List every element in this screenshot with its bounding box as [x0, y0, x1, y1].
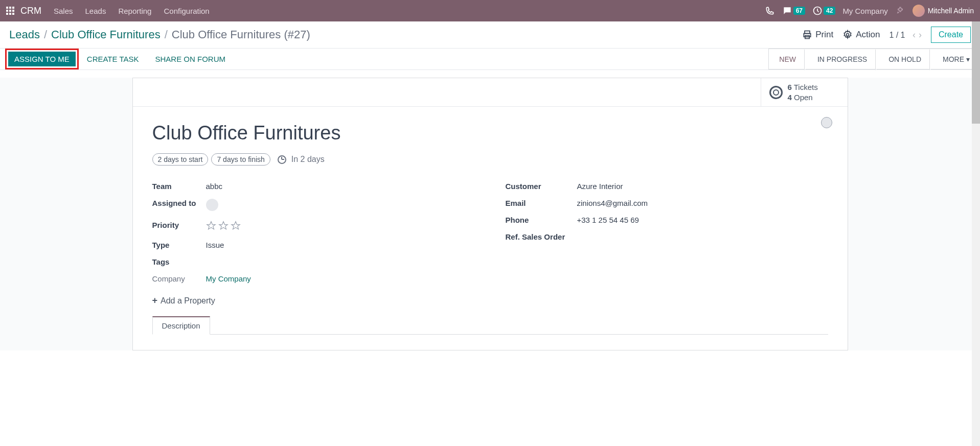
star-icon[interactable]: [206, 221, 216, 231]
sla-countdown: In 2 days: [291, 155, 325, 164]
print-icon: [802, 30, 812, 40]
print-button[interactable]: Print: [802, 30, 833, 40]
caret-down-icon: ▾: [966, 55, 970, 63]
label-ref-sales-order: Ref. Sales Order: [506, 232, 577, 241]
highlight-box: ASSIGN TO ME: [5, 49, 79, 69]
top-navbar: CRM Sales Leads Reporting Configuration …: [0, 0, 980, 21]
stage-on-hold[interactable]: ON HOLD: [875, 49, 929, 69]
user-name: Mitchell Admin: [928, 7, 974, 15]
field-priority[interactable]: [206, 221, 241, 232]
gear-icon: [842, 30, 853, 40]
tickets-stat-button[interactable]: 6 Tickets 4 Open: [761, 78, 848, 106]
plus-icon: +: [152, 295, 158, 306]
nav-configuration[interactable]: Configuration: [164, 7, 209, 15]
field-email[interactable]: zinions4@gmail.com: [577, 199, 648, 207]
messages-icon[interactable]: 67: [782, 6, 805, 16]
field-phone[interactable]: +33 1 25 54 45 69: [577, 216, 639, 224]
pill-days-finish: 7 days to finish: [211, 153, 270, 166]
lifebuoy-icon: [769, 86, 783, 99]
kanban-state-icon[interactable]: [821, 117, 832, 128]
breadcrumb: Leads / Club Office Furnitures / Club Of…: [9, 28, 310, 41]
scrollbar[interactable]: [972, 21, 980, 350]
pager-next[interactable]: ›: [919, 30, 922, 40]
nav-reporting[interactable]: Reporting: [118, 7, 151, 15]
activities-badge: 42: [824, 7, 835, 15]
breadcrumb-current: Club Office Furnitures (#27): [172, 28, 310, 41]
star-icon[interactable]: [231, 221, 241, 231]
field-assigned[interactable]: [206, 199, 218, 213]
activities-icon[interactable]: 42: [812, 6, 835, 16]
apps-icon[interactable]: [6, 7, 14, 15]
label-email: Email: [506, 199, 577, 207]
label-priority: Priority: [152, 221, 206, 232]
field-customer[interactable]: Azure Interior: [577, 182, 623, 191]
assignee-avatar-icon: [206, 199, 218, 211]
label-company: Company: [152, 274, 206, 283]
clock-icon: [278, 155, 286, 164]
avatar-icon: [913, 5, 925, 17]
stage-new[interactable]: NEW: [768, 49, 804, 69]
phone-icon[interactable]: [765, 6, 775, 16]
nav-sales[interactable]: Sales: [54, 7, 73, 15]
share-forum-button[interactable]: SHARE ON FORUM: [147, 49, 234, 69]
user-menu[interactable]: Mitchell Admin: [913, 5, 974, 17]
create-button[interactable]: Create: [931, 27, 971, 43]
add-property-button[interactable]: + Add a Property: [152, 295, 215, 306]
notebook-tabs: Description: [152, 316, 828, 335]
app-brand[interactable]: CRM: [20, 6, 41, 16]
field-type[interactable]: Issue: [206, 241, 224, 249]
record-title: Club Office Furnitures: [152, 122, 828, 144]
tab-description[interactable]: Description: [152, 316, 210, 335]
messages-badge: 67: [793, 7, 805, 15]
action-bar: ASSIGN TO ME CREATE TASK SHARE ON FORUM …: [0, 49, 980, 70]
action-button[interactable]: Action: [842, 30, 880, 40]
label-customer: Customer: [506, 182, 577, 191]
create-task-button[interactable]: CREATE TASK: [79, 49, 147, 69]
control-panel: Leads / Club Office Furnitures / Club Of…: [0, 21, 980, 49]
label-tags: Tags: [152, 257, 206, 266]
star-icon[interactable]: [218, 221, 229, 231]
field-company[interactable]: My Company: [206, 274, 251, 283]
pager: 1 / 1 ‹ ›: [889, 30, 922, 40]
label-type: Type: [152, 241, 206, 249]
label-phone: Phone: [506, 216, 577, 224]
breadcrumb-parent[interactable]: Club Office Furnitures: [51, 28, 161, 41]
pager-prev[interactable]: ‹: [913, 30, 916, 40]
company-switcher[interactable]: My Company: [842, 7, 887, 15]
svg-point-4: [847, 34, 849, 36]
status-stages: NEW IN PROGRESS ON HOLD MORE ▾: [768, 49, 980, 69]
field-team[interactable]: abbc: [206, 182, 223, 191]
label-team: Team: [152, 182, 206, 191]
pill-days-start: 2 days to start: [152, 153, 209, 166]
breadcrumb-root[interactable]: Leads: [9, 28, 40, 41]
stage-in-progress[interactable]: IN PROGRESS: [804, 49, 875, 69]
nav-leads[interactable]: Leads: [85, 7, 106, 15]
label-assigned: Assigned to: [152, 199, 206, 213]
assign-to-me-button[interactable]: ASSIGN TO ME: [8, 52, 76, 66]
debug-icon[interactable]: [895, 6, 905, 16]
form-sheet: 6 Tickets 4 Open Club Office Furnitures …: [132, 78, 848, 350]
